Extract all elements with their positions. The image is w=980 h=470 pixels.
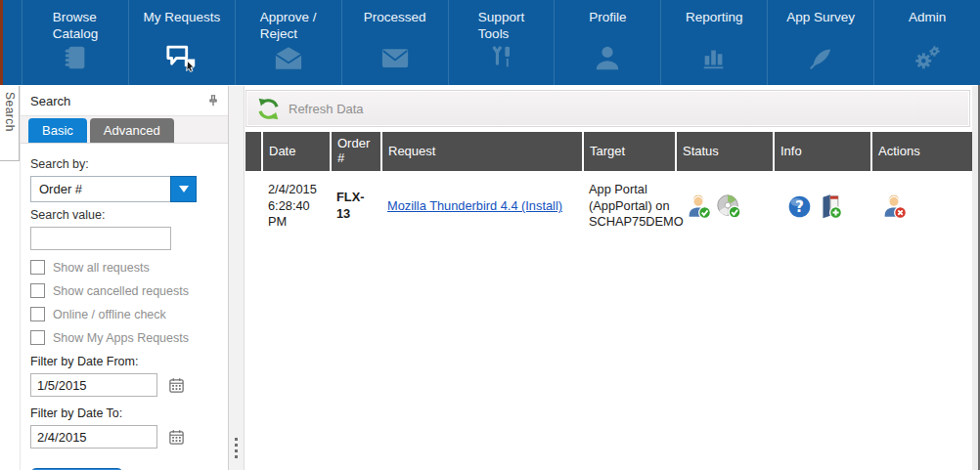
column-header-date[interactable]: Date xyxy=(263,132,330,171)
pen-icon xyxy=(768,38,873,77)
request-link[interactable]: Mozilla Thunderbird 4.4 (Install) xyxy=(387,198,562,215)
refresh-data-label: Refresh Data xyxy=(289,102,364,116)
date-from-input[interactable] xyxy=(30,373,157,397)
calendar-icon[interactable] xyxy=(165,374,187,396)
search-by-select[interactable]: Order # xyxy=(30,176,197,202)
calendar-icon[interactable] xyxy=(165,426,187,448)
row-date: 2/4/2015 6:28:40 PM xyxy=(263,182,330,231)
cancel-request-icon[interactable] xyxy=(880,192,908,220)
chevron-down-icon xyxy=(179,186,189,192)
tab-basic[interactable]: Basic xyxy=(28,118,87,143)
date-to-label: Filter by Date To: xyxy=(30,406,228,420)
dropdown-button[interactable] xyxy=(170,176,197,202)
nav-item-label: Reporting xyxy=(686,10,743,26)
collapsed-search-tab[interactable]: Search xyxy=(0,86,20,161)
panel-splitter[interactable] xyxy=(229,86,245,470)
nav-item-approve-reject[interactable]: Approve / Reject xyxy=(235,0,341,85)
nav-item-label: Processed xyxy=(364,10,426,26)
row-status-cell xyxy=(677,192,773,220)
row-target: App Portal (AppPortal) on SCHAP75DEMO xyxy=(584,182,675,231)
checkbox-online-offline-check[interactable]: Online / offline check xyxy=(30,307,228,321)
search-by-selected-value: Order # xyxy=(30,176,170,202)
add-to-catalog-icon[interactable] xyxy=(816,192,843,220)
column-header-status[interactable]: Status xyxy=(677,132,773,171)
column-header-actions[interactable]: Actions xyxy=(872,132,973,171)
column-header-blank xyxy=(245,132,261,171)
nav-item-admin[interactable]: Admin xyxy=(873,0,980,85)
search-by-label: Search by: xyxy=(30,157,228,171)
nav-item-reporting[interactable]: Reporting xyxy=(660,0,767,85)
checkbox-icon[interactable] xyxy=(30,283,45,298)
search-panel-body: Search by: Order # Search value: Show al… xyxy=(21,144,228,470)
column-header-info[interactable]: Info xyxy=(775,132,870,171)
search-value-label: Search value: xyxy=(30,208,228,222)
checkbox-icon[interactable] xyxy=(30,330,45,345)
nav-item-label: Profile xyxy=(589,10,626,26)
nav-item-label: My Requests xyxy=(143,10,220,26)
checkbox-icon[interactable] xyxy=(30,260,45,275)
nav-item-app-survey[interactable]: App Survey xyxy=(767,0,873,85)
window-accent-edge xyxy=(0,0,3,85)
checkbox-show-my-apps-requests[interactable]: Show My Apps Requests xyxy=(30,330,228,345)
search-value-input[interactable] xyxy=(30,227,171,250)
checkbox-icon[interactable] xyxy=(30,307,45,321)
open-envelope-icon xyxy=(236,38,341,77)
date-to-input[interactable] xyxy=(30,425,157,449)
pin-icon[interactable] xyxy=(206,94,220,107)
checkbox-show-cancelled-requests[interactable]: Show cancelled requests xyxy=(30,283,228,298)
search-panel: Search Basic Advanced Search by: Order #… xyxy=(20,86,229,470)
catalog-book-icon xyxy=(22,38,128,77)
search-panel-title: Search xyxy=(30,94,70,108)
person-icon xyxy=(555,38,660,77)
media-success-icon xyxy=(715,192,742,220)
checkbox-label: Online / offline check xyxy=(53,308,166,321)
chat-bubbles-icon xyxy=(129,38,235,77)
svg-text:?: ? xyxy=(795,197,804,215)
checkbox-label: Show cancelled requests xyxy=(53,284,189,298)
search-tabbar: Basic Advanced xyxy=(21,116,228,144)
row-request: Mozilla Thunderbird 4.4 (Install) xyxy=(382,198,582,215)
nav-item-label: Admin xyxy=(909,10,946,26)
column-header-order[interactable]: Order # xyxy=(332,132,380,171)
checkbox-show-all-requests[interactable]: Show all requests xyxy=(30,260,228,275)
nav-item-label: App Survey xyxy=(786,10,855,26)
checkbox-label: Show My Apps Requests xyxy=(53,331,189,345)
date-from-label: Filter by Date From: xyxy=(30,355,228,368)
checkbox-label: Show all requests xyxy=(53,261,150,275)
user-approved-icon xyxy=(685,192,712,220)
column-header-request[interactable]: Request xyxy=(382,132,582,171)
row-order-number: FLX-13 xyxy=(332,190,380,222)
nav-item-profile[interactable]: Profile xyxy=(554,0,660,85)
nav-item-support-tools[interactable]: Support Tools xyxy=(448,0,555,85)
tools-icon xyxy=(449,38,555,77)
refresh-icon xyxy=(256,97,281,121)
splitter-grip-icon xyxy=(235,438,238,458)
row-actions-cell xyxy=(872,192,973,220)
nav-item-browse-catalog[interactable]: Browse Catalog xyxy=(22,0,128,85)
top-navigation: Browse Catalog My Requests Approve / Rej… xyxy=(0,0,980,85)
nav-item-processed[interactable]: Processed xyxy=(341,0,448,85)
gears-icon xyxy=(874,38,980,77)
column-header-target[interactable]: Target xyxy=(584,132,675,171)
help-status-icon[interactable]: ? xyxy=(786,193,813,220)
main-content: Refresh Data Date Order # Request Target… xyxy=(245,86,972,470)
table-header: Date Order # Request Target Status Info … xyxy=(245,132,970,171)
nav-item-my-requests[interactable]: My Requests xyxy=(128,0,235,85)
search-panel-header: Search xyxy=(21,86,228,116)
envelope-icon xyxy=(342,38,448,77)
table-body: 2/4/2015 6:28:40 PM FLX-13 Mozilla Thund… xyxy=(245,171,970,241)
collapsed-search-tab-label: Search xyxy=(3,86,17,132)
table-row: 2/4/2015 6:28:40 PM FLX-13 Mozilla Thund… xyxy=(245,171,970,241)
row-info-cell: ? xyxy=(775,192,870,220)
tab-advanced[interactable]: Advanced xyxy=(90,118,174,143)
refresh-data-button[interactable]: Refresh Data xyxy=(245,90,970,127)
bar-chart-icon xyxy=(661,38,767,77)
